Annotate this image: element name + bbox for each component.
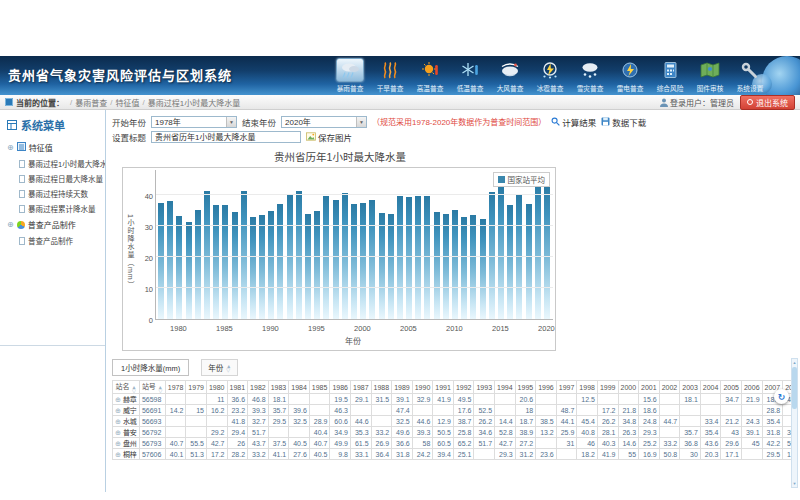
x-tick-2020: 2020	[538, 324, 555, 333]
row-expander-icon[interactable]: ⊕	[115, 451, 121, 458]
col-header-station[interactable]: 站名 ▲▽	[113, 381, 140, 394]
tree-expander-icon[interactable]: ⊕	[7, 221, 14, 229]
station-name-cell[interactable]: ⊕水城	[113, 416, 140, 427]
row-expander-icon[interactable]: ⊕	[115, 418, 121, 425]
bar-1987	[241, 191, 247, 319]
col-header-year-1994[interactable]: 1994	[495, 381, 516, 394]
data-download-button[interactable]: 数据下载	[601, 116, 646, 128]
measure-box[interactable]: 1小时降水量(mm)	[112, 359, 189, 376]
col-header-year-1993[interactable]: 1993	[474, 381, 495, 394]
station-id-cell: 56598	[139, 394, 165, 405]
nav-item-label: 雪灾普查	[571, 83, 609, 93]
tree-group-1[interactable]: ⊕特征值	[0, 139, 105, 156]
chart-title-label: 设置标题	[112, 131, 146, 143]
col-header-year-1986[interactable]: 1986	[330, 381, 351, 394]
col-header-year-2004[interactable]: 2004	[700, 381, 721, 394]
nav-item-lightning[interactable]: 雷电普查	[610, 57, 650, 93]
nav-item-rainstorm[interactable]: 暴雨普查	[330, 57, 370, 93]
scroll-down-icon[interactable]: ▼	[792, 481, 797, 486]
sidebar-item-暴雨过程日最大降水量[interactable]: 暴雨过程日最大降水量	[0, 171, 105, 186]
col-header-year-1980[interactable]: 1980	[206, 381, 227, 394]
col-header-year-2002[interactable]: 2002	[659, 381, 680, 394]
nav-item-low-temp[interactable]: 低温普查	[450, 57, 490, 93]
breadcrumb-item-1[interactable]: 暴雨普查	[75, 97, 107, 108]
end-year-select[interactable]: 2020年 ▼	[281, 116, 367, 128]
col-header-year-2001[interactable]: 2001	[639, 381, 660, 394]
sidebar-item-暴雨过程1小时最大降水量[interactable]: 暴雨过程1小时最大降水量	[0, 156, 105, 171]
chart-title-input[interactable]	[151, 131, 301, 143]
calc-result-button[interactable]: 计算结果	[551, 116, 596, 128]
nav-item-map-review[interactable]: 图件审核	[690, 57, 730, 93]
nav-item-risk[interactable]: 综合风险	[650, 57, 690, 93]
value-cell-桐梓-1999: 41.9	[597, 449, 618, 460]
nav-item-drought[interactable]: 干旱普查	[370, 57, 410, 93]
col-header-year-1996[interactable]: 1996	[536, 381, 557, 394]
col-header-year-1987[interactable]: 1987	[350, 381, 371, 394]
value-cell-赫章-2004	[700, 394, 721, 405]
col-header-year-1995[interactable]: 1995	[515, 381, 536, 394]
col-header-year-1979[interactable]: 1979	[186, 381, 207, 394]
sidebar-item-暴雨过程持续天数[interactable]: 暴雨过程持续天数	[0, 186, 105, 201]
station-name-cell[interactable]: ⊕赫章	[113, 394, 140, 405]
col-header-year-1992[interactable]: 1992	[453, 381, 474, 394]
tree-expander-icon[interactable]: ⊕	[7, 144, 14, 152]
save-image-button[interactable]: 保存图片	[306, 131, 352, 143]
col-header-station-id[interactable]: 站号 ▲▽	[139, 381, 165, 394]
col-header-year-1989[interactable]: 1989	[392, 381, 413, 394]
row-expander-icon[interactable]: ⊕	[115, 407, 121, 414]
station-name-cell[interactable]: ⊕普安	[113, 427, 140, 438]
start-year-select[interactable]: 1978年 ▼	[151, 116, 237, 128]
row-expander-icon[interactable]: ⊕	[115, 440, 121, 447]
sidebar-item-暴雨过程累计降水量[interactable]: 暴雨过程累计降水量	[0, 201, 105, 216]
col-header-year-1988[interactable]: 1988	[371, 381, 392, 394]
app-title: 贵州省气象灾害风险评估与区划系统	[8, 65, 232, 84]
col-header-year-1990[interactable]: 1990	[412, 381, 433, 394]
tree-group-2[interactable]: ⊕普查产品制作	[0, 216, 105, 233]
refresh-widget[interactable]: ↻	[774, 389, 789, 404]
legend-swatch	[498, 176, 505, 183]
station-name-cell[interactable]: ⊕盘州	[113, 438, 140, 449]
sidebar-item-普查产品制作[interactable]: 普查产品制作	[0, 233, 105, 248]
nav-item-wind[interactable]: 大风普查	[490, 57, 530, 93]
nav-item-high-temp[interactable]: 高温普查	[410, 57, 450, 93]
value-cell-水城-1999: 26.2	[597, 416, 618, 427]
scroll-up-icon[interactable]: ▲	[792, 360, 797, 365]
col-header-year-2005[interactable]: 2005	[721, 381, 742, 394]
chart-legend[interactable]: 国家站平均	[493, 172, 551, 187]
scrollbar-thumb[interactable]	[792, 367, 797, 409]
col-header-year-1999[interactable]: 1999	[597, 381, 618, 394]
vertical-scrollbar[interactable]: ▲ ▼	[791, 358, 798, 488]
dimension-box[interactable]: 年份 ▲▽	[201, 359, 238, 376]
col-header-year-1983[interactable]: 1983	[268, 381, 289, 394]
station-name-cell[interactable]: ⊕威宁	[113, 405, 140, 416]
station-id-cell: 56693	[139, 416, 165, 427]
station-name-cell[interactable]: ⊕桐梓	[113, 449, 140, 460]
logout-button[interactable]: 退出系统	[740, 95, 795, 110]
col-header-year-1984[interactable]: 1984	[289, 381, 310, 394]
station-id-cell: 56793	[139, 438, 165, 449]
col-header-year-2000[interactable]: 2000	[618, 381, 639, 394]
sort-arrows-icon[interactable]: ▲▽	[158, 385, 163, 393]
value-cell-盘州-1979: 55.5	[186, 438, 207, 449]
col-header-year-2006[interactable]: 2006	[741, 381, 762, 394]
col-header-year-1985[interactable]: 1985	[309, 381, 330, 394]
col-header-year-2003[interactable]: 2003	[680, 381, 701, 394]
col-header-year-1978[interactable]: 1978	[165, 381, 186, 394]
col-header-year-1982[interactable]: 1982	[248, 381, 269, 394]
nav-item-hail[interactable]: 冰雹普查	[530, 57, 570, 93]
col-header-year-1998[interactable]: 1998	[577, 381, 598, 394]
row-expander-icon[interactable]: ⊕	[115, 396, 121, 403]
col-header-year-1997[interactable]: 1997	[556, 381, 577, 394]
breadcrumb-item-3[interactable]: 暴雨过程1小时最大降水量	[148, 97, 240, 108]
nav-item-snow[interactable]: 雪灾普查	[570, 57, 610, 93]
col-header-year-1981[interactable]: 1981	[227, 381, 248, 394]
value-cell-普安-1983	[268, 427, 289, 438]
breadcrumb-item-2[interactable]: 特征值	[115, 97, 139, 108]
range-hint: （规范采用1978-2020年数据作为普查时间范围）	[372, 116, 546, 127]
value-cell-盘州-2007: 42.2	[762, 438, 783, 449]
nav-item-settings[interactable]: 系统设置	[730, 57, 770, 93]
col-header-year-1991[interactable]: 1991	[433, 381, 454, 394]
sort-arrows-icon[interactable]: ▲▽	[131, 385, 136, 393]
value-cell-桐梓-2004: 20.3	[700, 449, 721, 460]
row-expander-icon[interactable]: ⊕	[115, 429, 121, 436]
